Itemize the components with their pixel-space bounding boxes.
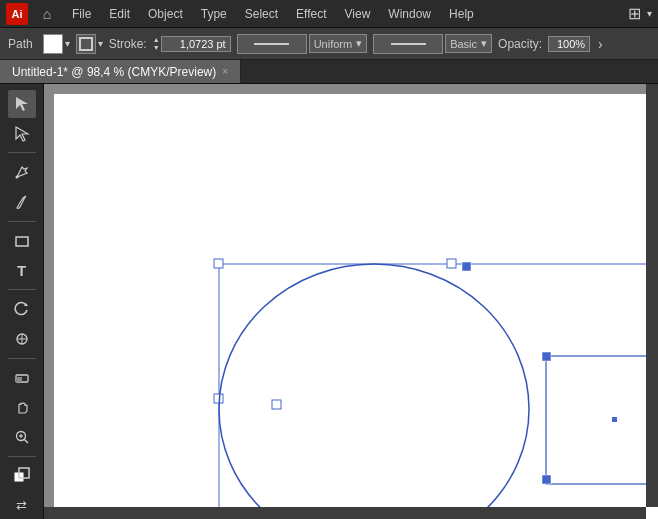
- svg-point-2: [15, 176, 18, 179]
- workspace-arrow[interactable]: ▾: [647, 8, 652, 19]
- direct-select-tool-button[interactable]: [8, 120, 36, 148]
- svg-rect-33: [542, 475, 551, 484]
- paintbrush-tool-button[interactable]: [8, 188, 36, 216]
- tab-title: Untitled-1* @ 98,4 % (CMYK/Preview): [12, 65, 216, 79]
- pen-tool-button[interactable]: [8, 158, 36, 186]
- svg-marker-0: [16, 97, 28, 111]
- zoom-tool-button[interactable]: [8, 423, 36, 451]
- menu-view[interactable]: View: [337, 4, 379, 24]
- menu-edit[interactable]: Edit: [101, 4, 138, 24]
- menu-help[interactable]: Help: [441, 4, 482, 24]
- menu-effect[interactable]: Effect: [288, 4, 334, 24]
- options-toolbar: Path ▾ ▾ Stroke: ▲ ▼ Uniform▾ Basic▾ Opa…: [0, 28, 658, 60]
- stroke-label: Stroke:: [109, 37, 147, 51]
- svg-rect-31: [542, 352, 551, 361]
- menu-object[interactable]: Object: [140, 4, 191, 24]
- menu-select[interactable]: Select: [237, 4, 286, 24]
- fill-color-arrow[interactable]: ▾: [65, 38, 70, 49]
- tool-divider-4: [8, 358, 36, 359]
- horizontal-scrollbar[interactable]: [44, 507, 646, 519]
- menu-window[interactable]: Window: [380, 4, 439, 24]
- home-icon[interactable]: ⌂: [36, 3, 58, 25]
- fill-color-box[interactable]: [43, 34, 63, 54]
- fill-stroke-indicator[interactable]: [8, 462, 36, 490]
- scale-tool-button[interactable]: [8, 325, 36, 353]
- rectangle-tool-button[interactable]: [8, 227, 36, 255]
- hand-tool-button[interactable]: [8, 393, 36, 421]
- stroke-style-preview: [237, 34, 307, 54]
- menubar: Ai ⌂ File Edit Object Type Select Effect…: [0, 0, 658, 28]
- tool-divider-1: [8, 152, 36, 153]
- menu-file[interactable]: File: [64, 4, 99, 24]
- app-logo[interactable]: Ai: [6, 3, 28, 25]
- stroke-style-dropdown[interactable]: Uniform▾: [309, 34, 368, 53]
- type-tool-button[interactable]: T: [8, 256, 36, 284]
- document-tab[interactable]: Untitled-1* @ 98,4 % (CMYK/Preview) ×: [0, 60, 241, 83]
- left-toolbar: T: [0, 84, 44, 519]
- svg-rect-7: [16, 377, 22, 382]
- eraser-tool-button[interactable]: [8, 364, 36, 392]
- opacity-label: Opacity:: [498, 37, 542, 51]
- svg-rect-26: [272, 400, 281, 409]
- stroke-color-box[interactable]: [76, 34, 96, 54]
- svg-line-9: [24, 439, 28, 443]
- stroke-value[interactable]: [161, 36, 231, 52]
- rotate-tool-button[interactable]: [8, 295, 36, 323]
- svg-rect-30: [612, 417, 617, 422]
- menu-type[interactable]: Type: [193, 4, 235, 24]
- svg-rect-3: [16, 237, 28, 246]
- svg-rect-16: [214, 259, 223, 268]
- more-options-button[interactable]: ›: [598, 36, 603, 52]
- stroke-profile-preview: [373, 34, 443, 54]
- artwork-svg: [44, 84, 658, 519]
- stroke-color-arrow[interactable]: ▾: [98, 38, 103, 49]
- svg-rect-17: [447, 259, 456, 268]
- main-area: T: [0, 84, 658, 519]
- canvas-area[interactable]: [44, 84, 658, 519]
- stroke-profile-dropdown[interactable]: Basic▾: [445, 34, 492, 53]
- tabbar: Untitled-1* @ 98,4 % (CMYK/Preview) ×: [0, 60, 658, 84]
- vertical-scrollbar[interactable]: [646, 84, 658, 507]
- workspace-switcher[interactable]: ⊞: [628, 4, 641, 23]
- tab-close-button[interactable]: ×: [222, 66, 228, 77]
- tool-divider-5: [8, 456, 36, 457]
- swap-fill-stroke-button[interactable]: ⇄: [8, 491, 36, 519]
- svg-rect-25: [462, 262, 471, 271]
- tool-divider-2: [8, 221, 36, 222]
- stroke-spinner[interactable]: ▲ ▼: [153, 36, 160, 52]
- selection-tool-button[interactable]: [8, 90, 36, 118]
- opacity-value[interactable]: [548, 36, 590, 52]
- path-label: Path: [8, 37, 33, 51]
- tool-divider-3: [8, 289, 36, 290]
- svg-rect-14: [54, 94, 658, 519]
- svg-marker-1: [16, 127, 28, 141]
